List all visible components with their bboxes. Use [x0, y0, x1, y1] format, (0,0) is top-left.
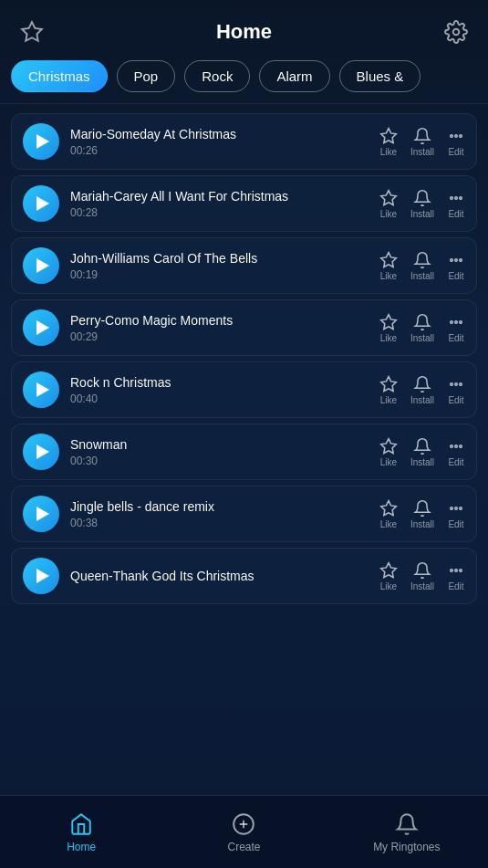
- svg-point-13: [460, 258, 462, 261]
- category-christmas[interactable]: Christmas: [11, 60, 108, 92]
- install-button[interactable]: Install: [410, 313, 434, 343]
- edit-button[interactable]: Edit: [447, 499, 465, 529]
- like-button[interactable]: Like: [379, 251, 398, 281]
- play-button[interactable]: [23, 434, 59, 470]
- like-label: Like: [380, 457, 397, 467]
- edit-button[interactable]: Edit: [447, 313, 465, 343]
- play-button[interactable]: [23, 558, 59, 594]
- svg-marker-10: [381, 252, 397, 267]
- nav-my-ringtones[interactable]: My Ringtones: [326, 811, 488, 853]
- play-button[interactable]: [23, 247, 59, 284]
- edit-button[interactable]: Edit: [447, 189, 465, 219]
- install-button[interactable]: Install: [410, 127, 434, 157]
- song-name: Jingle bells - dance remix: [70, 498, 379, 515]
- svg-marker-30: [381, 562, 397, 577]
- play-button[interactable]: [23, 309, 59, 346]
- svg-marker-18: [381, 376, 397, 391]
- like-button[interactable]: Like: [379, 375, 398, 405]
- like-button[interactable]: Like: [379, 313, 398, 343]
- list-item: Rock n Christmas 00:40 Like Install Edit: [11, 361, 477, 418]
- like-label: Like: [380, 147, 397, 157]
- song-duration: 00:28: [70, 206, 379, 219]
- edit-label: Edit: [448, 271, 463, 281]
- install-button[interactable]: Install: [410, 375, 434, 405]
- svg-point-25: [460, 444, 462, 447]
- category-rock[interactable]: Rock: [184, 60, 250, 92]
- edit-button[interactable]: Edit: [447, 561, 465, 591]
- song-actions: Like Install Edit: [379, 375, 465, 405]
- category-pop[interactable]: Pop: [117, 60, 176, 92]
- like-label: Like: [380, 581, 397, 591]
- category-blues[interactable]: Blues &: [339, 60, 421, 92]
- divider: [0, 103, 488, 104]
- svg-marker-26: [381, 500, 397, 515]
- song-duration: 00:30: [70, 455, 379, 467]
- edit-label: Edit: [448, 519, 463, 529]
- settings-icon[interactable]: [442, 18, 470, 46]
- nav-home[interactable]: Home: [0, 811, 162, 853]
- svg-point-29: [460, 507, 462, 509]
- list-item: Snowman 00:30 Like Install Edit: [11, 424, 477, 480]
- svg-point-28: [455, 507, 458, 509]
- install-button[interactable]: Install: [410, 189, 434, 219]
- svg-point-31: [451, 569, 453, 571]
- svg-point-11: [451, 258, 453, 261]
- song-name: Mario-Someday At Christmas: [70, 126, 379, 142]
- edit-label: Edit: [448, 457, 463, 467]
- install-label: Install: [410, 519, 434, 529]
- star-icon[interactable]: [18, 18, 46, 46]
- song-duration: 00:38: [70, 517, 379, 529]
- svg-point-33: [460, 569, 462, 571]
- like-button[interactable]: Like: [379, 189, 398, 219]
- install-button[interactable]: Install: [410, 499, 434, 529]
- song-info: Rock n Christmas 00:40: [70, 374, 379, 405]
- home-icon: [68, 811, 94, 837]
- install-label: Install: [410, 209, 434, 219]
- svg-point-27: [451, 507, 453, 509]
- install-button[interactable]: Install: [410, 251, 434, 281]
- svg-marker-14: [381, 314, 397, 329]
- like-button[interactable]: Like: [379, 437, 398, 467]
- svg-point-4: [455, 134, 458, 137]
- like-button[interactable]: Like: [379, 561, 398, 591]
- install-button[interactable]: Install: [410, 437, 434, 467]
- svg-point-8: [455, 196, 458, 199]
- category-alarm[interactable]: Alarm: [259, 60, 329, 92]
- svg-point-19: [451, 382, 453, 385]
- svg-point-5: [460, 134, 462, 137]
- like-label: Like: [380, 519, 397, 529]
- like-button[interactable]: Like: [379, 499, 398, 529]
- list-item: Mario-Someday At Christmas 00:26 Like In…: [11, 113, 477, 170]
- svg-point-21: [460, 382, 462, 385]
- edit-button[interactable]: Edit: [447, 127, 465, 157]
- song-name: Mariah-Carey All I Want For Christmas: [70, 188, 379, 204]
- edit-button[interactable]: Edit: [447, 375, 465, 405]
- list-item: Mariah-Carey All I Want For Christmas 00…: [11, 175, 477, 232]
- song-duration: 00:19: [70, 268, 379, 281]
- nav-home-label: Home: [67, 841, 96, 853]
- like-label: Like: [380, 271, 397, 281]
- list-item: John-Williams Carol Of The Bells 00:19 L…: [11, 237, 477, 294]
- install-label: Install: [410, 581, 434, 591]
- like-button[interactable]: Like: [379, 127, 398, 157]
- svg-marker-0: [22, 22, 42, 41]
- header: Home: [0, 0, 488, 60]
- edit-label: Edit: [448, 147, 463, 157]
- play-button[interactable]: [23, 371, 59, 408]
- edit-button[interactable]: Edit: [447, 437, 465, 467]
- like-label: Like: [380, 333, 397, 343]
- play-button[interactable]: [23, 185, 59, 222]
- svg-point-17: [460, 320, 462, 323]
- nav-ringtones-label: My Ringtones: [373, 841, 440, 853]
- song-info: Mario-Someday At Christmas 00:26: [70, 126, 379, 157]
- list-item: Jingle bells - dance remix 00:38 Like In…: [11, 486, 477, 542]
- install-button[interactable]: Install: [410, 561, 434, 591]
- song-name: Queen-Thank God Its Christmas: [70, 568, 379, 584]
- play-button[interactable]: [23, 496, 59, 532]
- list-item: Perry-Como Magic Moments 00:29 Like Inst…: [11, 299, 477, 356]
- nav-create[interactable]: Create: [162, 811, 325, 853]
- play-button[interactable]: [23, 123, 59, 160]
- svg-point-20: [455, 382, 458, 385]
- song-actions: Like Install Edit: [379, 127, 465, 157]
- edit-button[interactable]: Edit: [447, 251, 465, 281]
